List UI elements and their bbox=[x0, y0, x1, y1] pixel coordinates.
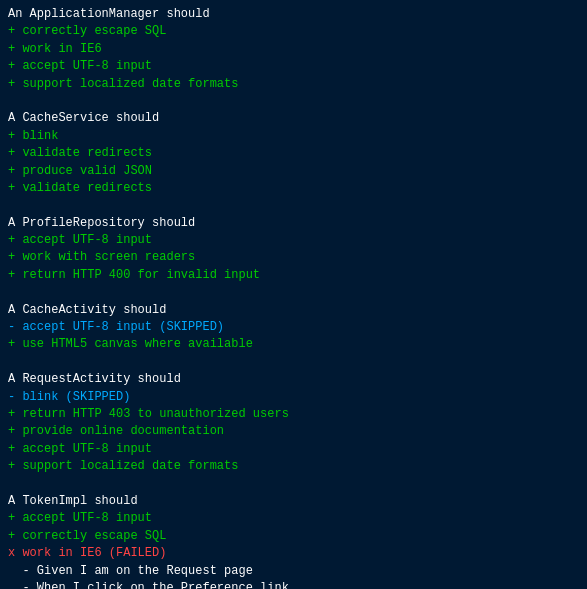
line-17: + use HTML5 canvas where available bbox=[8, 336, 579, 353]
line-18: A RequestActivity should bbox=[8, 371, 579, 388]
line-27: x work in IE6 (FAILED) bbox=[8, 545, 579, 562]
line-7: + blink bbox=[8, 128, 579, 145]
line-24: A TokenImpl should bbox=[8, 493, 579, 510]
line-21: + provide online documentation bbox=[8, 423, 579, 440]
line-28: - Given I am on the Request page bbox=[8, 563, 579, 580]
line-blank-4 bbox=[8, 354, 579, 371]
line-15: A CacheActivity should bbox=[8, 302, 579, 319]
line-2: + correctly escape SQL bbox=[8, 23, 579, 40]
line-5: + support localized date formats bbox=[8, 76, 579, 93]
line-16: - accept UTF-8 input (SKIPPED) bbox=[8, 319, 579, 336]
line-blank-3 bbox=[8, 284, 579, 301]
line-29: - When I click on the Preference link bbox=[8, 580, 579, 589]
line-4: + accept UTF-8 input bbox=[8, 58, 579, 75]
line-13: + work with screen readers bbox=[8, 249, 579, 266]
line-23: + support localized date formats bbox=[8, 458, 579, 475]
line-1: An ApplicationManager should bbox=[8, 6, 579, 23]
line-19: - blink (SKIPPED) bbox=[8, 389, 579, 406]
line-14: + return HTTP 400 for invalid input bbox=[8, 267, 579, 284]
line-6: A CacheService should bbox=[8, 110, 579, 127]
line-26: + correctly escape SQL bbox=[8, 528, 579, 545]
line-22: + accept UTF-8 input bbox=[8, 441, 579, 458]
line-20: + return HTTP 403 to unauthorized users bbox=[8, 406, 579, 423]
line-8: + validate redirects bbox=[8, 145, 579, 162]
terminal-output: An ApplicationManager should + correctly… bbox=[8, 6, 579, 589]
line-12: + accept UTF-8 input bbox=[8, 232, 579, 249]
line-10: + validate redirects bbox=[8, 180, 579, 197]
line-9: + produce valid JSON bbox=[8, 163, 579, 180]
line-blank-2 bbox=[8, 197, 579, 214]
line-3: + work in IE6 bbox=[8, 41, 579, 58]
line-25: + accept UTF-8 input bbox=[8, 510, 579, 527]
line-11: A ProfileRepository should bbox=[8, 215, 579, 232]
line-blank-1 bbox=[8, 93, 579, 110]
line-blank-5 bbox=[8, 476, 579, 493]
